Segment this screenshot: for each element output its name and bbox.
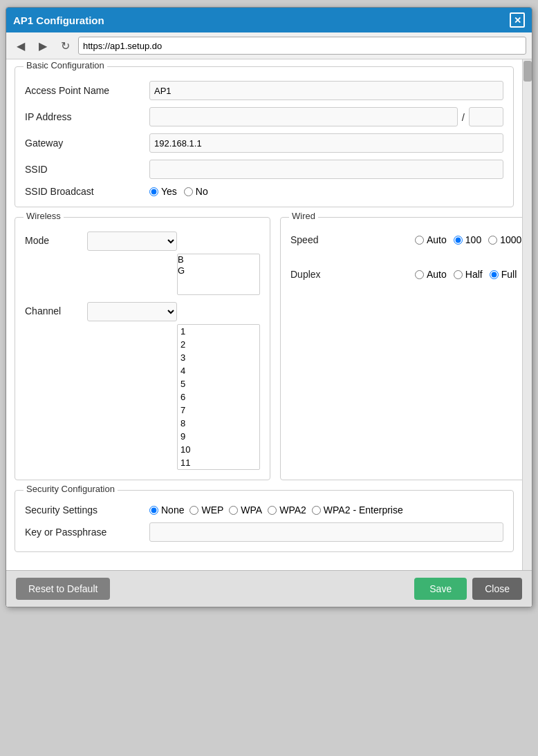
mode-row: Mode B G (25, 231, 260, 295)
ip-address-label: IP Address (25, 111, 149, 122)
channel-7[interactable]: 7 (178, 404, 259, 417)
channel-3[interactable]: 3 (178, 351, 259, 364)
ip-row: / (149, 107, 503, 126)
speed-auto-label[interactable]: Auto (415, 234, 447, 245)
channel-11[interactable]: 11 (178, 456, 259, 469)
security-wpa2-text: WPA2 (279, 504, 306, 516)
mode-label: Mode (25, 231, 87, 246)
ssid-broadcast-yes-radio[interactable] (149, 187, 158, 196)
mode-option-b[interactable]: B (178, 254, 259, 265)
scrollbar-thumb[interactable] (523, 61, 532, 82)
main-content: Basic Configuration Access Point Name IP… (6, 59, 522, 570)
ssid-broadcast-no-text: No (196, 186, 208, 197)
ssid-broadcast-no-label[interactable]: No (184, 186, 208, 197)
security-wpa2-enterprise-radio[interactable] (312, 506, 321, 515)
security-radio-group: None WEP WPA WPA2 (149, 504, 403, 516)
security-section: Security Configuration Security Settings… (15, 490, 514, 552)
gateway-input[interactable] (149, 133, 503, 153)
ssid-broadcast-yes-text: Yes (161, 186, 177, 197)
wireless-section: Wireless Mode B G (15, 217, 270, 480)
ip-address-row: IP Address / (25, 107, 503, 126)
channel-9[interactable]: 9 (178, 430, 259, 443)
duplex-auto-radio[interactable] (415, 270, 424, 279)
security-none-radio[interactable] (149, 506, 158, 515)
toolbar: ◀ ▶ ↻ (6, 32, 532, 59)
security-title: Security Configuration (24, 484, 118, 494)
ssid-broadcast-radio-group: Yes No (149, 186, 208, 197)
security-wep-radio[interactable] (189, 506, 198, 515)
security-wpa-radio[interactable] (229, 506, 238, 515)
ssid-broadcast-yes-label[interactable]: Yes (149, 186, 177, 197)
security-none-label[interactable]: None (149, 504, 184, 516)
security-wpa2-label[interactable]: WPA2 (268, 504, 306, 516)
ap-name-input[interactable] (149, 81, 503, 100)
channel-label: Channel (25, 302, 87, 316)
refresh-button[interactable]: ↻ (56, 37, 74, 55)
ip-prefix-input[interactable] (469, 107, 503, 126)
duplex-full-radio[interactable] (490, 270, 499, 279)
speed-auto-text: Auto (427, 234, 447, 245)
duplex-half-radio[interactable] (454, 270, 463, 279)
speed-label: Speed (290, 234, 415, 245)
key-row: Key or Passphrase (25, 522, 503, 542)
mode-controls: B G (87, 231, 260, 295)
speed-radio-group: Auto 100 1000 (415, 234, 521, 245)
security-wpa-label[interactable]: WPA (229, 504, 262, 516)
duplex-auto-text: Auto (427, 269, 447, 280)
channel-listbox[interactable]: 1 2 3 4 5 6 7 8 9 10 11 (177, 324, 260, 470)
forward-button[interactable]: ▶ (34, 37, 52, 55)
channel-4[interactable]: 4 (178, 364, 259, 377)
channel-2[interactable]: 2 (178, 338, 259, 351)
security-wep-text: WEP (201, 504, 223, 516)
basic-config-section: Basic Configuration Access Point Name IP… (15, 66, 514, 207)
security-settings-row: Security Settings None WEP WPA (25, 504, 503, 516)
mode-listbox[interactable]: B G (177, 254, 260, 295)
wired-title: Wired (289, 211, 318, 221)
window-close-button[interactable]: ✕ (510, 12, 525, 28)
ssid-row: SSID (25, 160, 503, 179)
speed-100-radio[interactable] (454, 236, 463, 245)
channel-select[interactable] (87, 302, 177, 321)
channel-8[interactable]: 8 (178, 417, 259, 430)
refresh-icon: ↻ (61, 39, 70, 53)
footer-right-buttons: Save Close (414, 578, 522, 600)
duplex-radio-group: Auto Half Full (415, 269, 517, 280)
reset-button[interactable]: Reset to Default (16, 578, 110, 600)
address-bar[interactable] (78, 37, 526, 55)
save-button[interactable]: Save (414, 578, 467, 600)
scrollbar-track[interactable] (522, 59, 532, 570)
gateway-label: Gateway (25, 138, 149, 149)
channel-1[interactable]: 1 (178, 325, 259, 338)
channel-6[interactable]: 6 (178, 390, 259, 404)
speed-1000-radio[interactable] (488, 236, 497, 245)
security-wpa2-enterprise-label[interactable]: WPA2 - Enterprise (312, 504, 403, 516)
back-button[interactable]: ◀ (12, 37, 30, 55)
speed-1000-text: 1000 (500, 234, 521, 245)
mode-option-g[interactable]: G (178, 265, 259, 276)
back-icon: ◀ (17, 39, 25, 53)
speed-100-label[interactable]: 100 (454, 234, 481, 245)
ssid-broadcast-no-radio[interactable] (184, 187, 193, 196)
duplex-full-label[interactable]: Full (490, 269, 517, 280)
duplex-half-label[interactable]: Half (454, 269, 483, 280)
ssid-broadcast-row: SSID Broadcast Yes No (25, 186, 503, 197)
ip-address-input[interactable] (149, 107, 458, 126)
channel-5[interactable]: 5 (178, 377, 259, 390)
key-input[interactable] (149, 522, 503, 542)
security-wep-label[interactable]: WEP (189, 504, 223, 516)
forward-icon: ▶ (39, 39, 47, 53)
speed-100-text: 100 (465, 234, 481, 245)
mode-select[interactable] (87, 231, 177, 251)
ssid-input[interactable] (149, 160, 503, 179)
gateway-row: Gateway (25, 133, 503, 153)
security-wpa2-radio[interactable] (268, 506, 277, 515)
window-title: AP1 Configuration (13, 15, 104, 26)
channel-10[interactable]: 10 (178, 443, 259, 456)
duplex-auto-label[interactable]: Auto (415, 269, 447, 280)
speed-1000-label[interactable]: 1000 (488, 234, 521, 245)
duplex-full-text: Full (501, 269, 517, 280)
speed-auto-radio[interactable] (415, 236, 424, 245)
close-button[interactable]: Close (472, 578, 522, 600)
ap-config-window: AP1 Configuration ✕ ◀ ▶ ↻ Basic Configur… (6, 7, 532, 607)
wired-section: Wired Speed Auto 100 (280, 217, 522, 480)
